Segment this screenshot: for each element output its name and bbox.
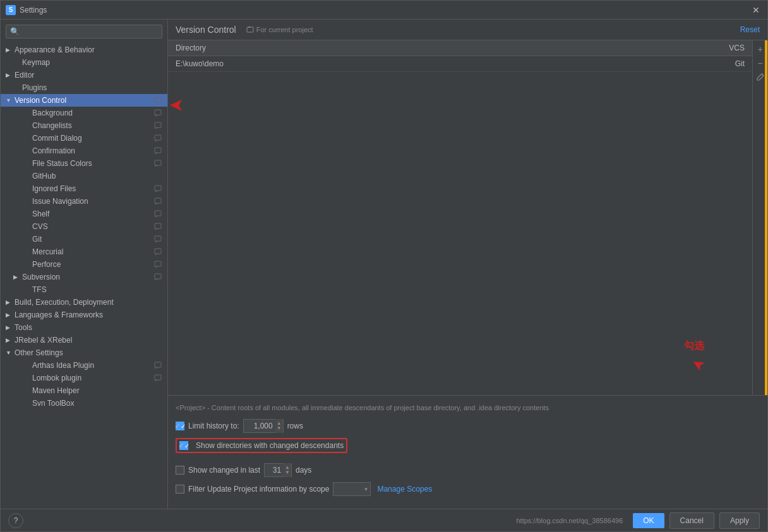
vcs-table-body: E:\kuwo\demoGit [168,56,752,72]
sidebar-item-svn-toolbox[interactable]: Svn ToolBox [1,397,167,410]
svg-rect-14 [155,198,161,203]
scroll-indicator [765,40,767,395]
reset-button[interactable]: Reset [740,25,760,34]
sidebar-item-label: Svn ToolBox [32,399,162,408]
sidebar-item-label: Mercurial [32,247,151,256]
arrow-icon: ▶ [13,274,20,280]
limit-history-checkbox[interactable]: ✓ [176,422,184,430]
sidebar-item-label: Perforce [32,260,151,269]
sidebar-item-tfs[interactable]: TFS [1,283,167,296]
sidebar-items-container: ▶Appearance & BehaviorKeymap▶EditorPlugi… [1,44,167,410]
sidebar-item-label: Tools [15,323,162,332]
ok-button[interactable]: OK [633,513,664,528]
sidebar-item-ignored-files[interactable]: Ignored Files [1,182,167,195]
show-changed-spinbox[interactable]: ▲ ▼ [264,463,292,477]
sidebar-item-languages[interactable]: ▶Languages & Frameworks [1,309,167,321]
sidebar-item-label: JRebel & XRebel [15,336,162,345]
show-directories-checkbox[interactable]: ✓ [179,441,188,450]
days-label: days [296,466,311,475]
show-changed-checkbox[interactable] [176,466,184,475]
arrow-icon: ▶ [6,324,12,331]
sidebar-item-subversion[interactable]: ▶Subversion [1,271,167,283]
filter-update-checkbox[interactable] [176,485,184,494]
svg-rect-16 [155,211,161,216]
close-button[interactable]: ✕ [750,4,762,16]
directory-cell: E:\kuwo\demo [168,56,702,72]
search-bar [1,22,167,41]
sidebar-item-mercurial[interactable]: Mercurial [1,245,167,258]
settings-page-icon [153,134,162,143]
sidebar-item-changelists[interactable]: Changelists [1,119,167,132]
spinbox-days-down[interactable]: ▼ [284,470,291,475]
sidebar-item-lombok[interactable]: Lombok plugin [1,372,167,384]
sidebar-item-label: Commit Dialog [32,134,151,143]
vcs-cell: Git [702,56,752,72]
app-icon: S [6,5,16,15]
sidebar-item-label: Version Control [15,96,151,105]
sidebar-item-label: Build, Execution, Deployment [15,298,162,307]
manage-scopes-link[interactable]: Manage Scopes [377,485,432,494]
show-changed-input[interactable] [265,464,284,476]
sidebar-item-background[interactable]: Background [1,107,167,119]
limit-history-spinbox[interactable]: ▲ ▼ [243,419,284,433]
sidebar-item-version-control[interactable]: ▼Version Control [1,94,167,107]
main-header: Version Control For current project Rese… [168,20,767,40]
arrow-icon: ▼ [6,350,12,356]
sidebar-item-label: CVS [32,222,151,231]
sidebar-item-shelf[interactable]: Shelf [1,208,167,220]
sidebar-item-issue-navigation[interactable]: Issue Navigation [1,195,167,208]
sidebar-item-github[interactable]: GitHub [1,170,167,182]
spinbox-down[interactable]: ▼ [275,426,283,431]
arrow-icon: ▶ [6,312,12,318]
sidebar-item-keymap[interactable]: Keymap [1,56,167,69]
sidebar-item-label: Ignored Files [32,184,151,193]
apply-button[interactable]: Apply [719,512,760,529]
sidebar-item-confirmation[interactable]: Confirmation [1,145,167,157]
edit-icon [756,73,765,81]
sidebar-item-appearance[interactable]: ▶Appearance & Behavior [1,44,167,56]
svg-rect-12 [155,186,161,191]
svg-rect-10 [155,160,161,165]
sidebar-item-perforce[interactable]: Perforce [1,258,167,271]
sidebar-item-maven-helper[interactable]: Maven Helper [1,384,167,397]
settings-page-icon [153,159,162,168]
svg-rect-32 [247,27,253,32]
settings-page-icon [153,235,162,244]
table-header-row: Directory VCS [168,40,752,56]
sidebar-item-other-settings[interactable]: ▼Other Settings [1,346,167,359]
sidebar-item-tools[interactable]: ▶Tools [1,321,167,334]
search-input[interactable] [6,25,162,38]
sidebar-item-arthas[interactable]: Arthas Idea Plugin [1,359,167,372]
cancel-button[interactable]: Cancel [669,512,714,529]
filter-update-row: Filter Update Project information by sco… [176,482,760,496]
sidebar-item-label: Other Settings [15,348,162,357]
sidebar-item-cvs[interactable]: CVS [1,220,167,233]
sidebar-item-label: Lombok plugin [32,374,151,382]
arrow-icon: ▶ [6,72,12,78]
sidebar-item-commit-dialog[interactable]: Commit Dialog [1,132,167,145]
sidebar-item-jrebel[interactable]: ▶JRebel & XRebel [1,334,167,346]
bottom-section: <Project> - Content roots of all modules… [168,395,767,509]
table-row[interactable]: E:\kuwo\demoGit [168,56,752,72]
rows-label: rows [287,422,303,430]
limit-history-input[interactable] [244,420,275,432]
sidebar-item-file-status-colors[interactable]: File Status Colors [1,157,167,170]
scope-dropdown[interactable] [333,482,371,496]
sidebar-item-plugins[interactable]: Plugins [1,81,167,94]
settings-page-icon [153,374,162,382]
sidebar-item-label: Git [32,235,151,244]
main-panel: Version Control For current project Rese… [168,20,767,509]
settings-page-icon [153,260,162,269]
sidebar-item-label: Languages & Frameworks [15,310,162,319]
limit-history-row: ✓ Limit history to: ▲ ▼ rows [176,419,760,433]
sidebar-item-label: GitHub [32,172,162,180]
for-current-project: For current project [246,26,313,33]
svg-rect-33 [248,27,250,28]
sidebar-item-editor[interactable]: ▶Editor [1,69,167,81]
settings-window: S Settings ✕ ▶Appearance & BehaviorKeyma… [0,0,768,532]
sidebar-item-git[interactable]: Git [1,233,167,245]
arrow-icon: ▶ [6,337,12,343]
bottom-bar: ? https://blog.csdn.net/qq_38586496 OK C… [1,509,767,531]
help-button[interactable]: ? [8,513,23,528]
sidebar-item-build[interactable]: ▶Build, Execution, Deployment [1,296,167,309]
